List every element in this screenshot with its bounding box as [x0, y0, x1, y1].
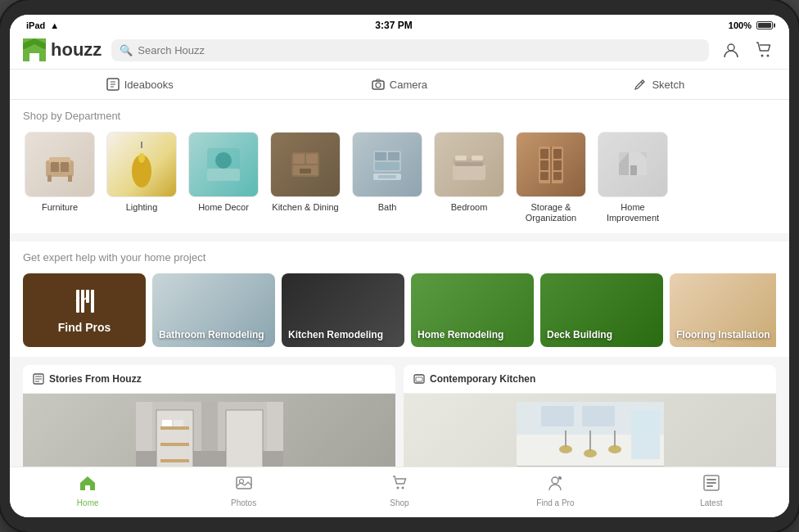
expert-findpros[interactable]: Find Pros [23, 273, 146, 347]
tab-latest[interactable]: Latest [634, 474, 789, 507]
search-input[interactable] [138, 44, 701, 56]
shop-tab-icon [390, 474, 409, 496]
dept-bedroom-img [434, 132, 504, 197]
profile-icon[interactable] [719, 38, 743, 62]
svg-rect-16 [61, 162, 69, 172]
svg-rect-43 [540, 160, 548, 170]
findpro-tab-icon [546, 474, 564, 496]
dept-scroll: Furniture Lighting [23, 132, 776, 223]
dept-homedecor[interactable]: Home Decor [187, 132, 260, 223]
dept-bath-label: Bath [378, 202, 397, 213]
wifi-icon: ▲ [50, 20, 59, 30]
dept-homedecor-label: Home Decor [198, 202, 249, 213]
svg-rect-37 [472, 156, 483, 160]
expert-section-title: Get expert help with your home project [23, 251, 776, 264]
tab-home-label: Home [77, 498, 99, 507]
expert-deck-label: Deck Building [547, 329, 612, 340]
status-bar: iPad ▲ 3:37 PM 100% [10, 15, 789, 34]
dept-kitchen[interactable]: Kitchen & Dining [269, 132, 342, 223]
svg-point-6 [761, 55, 764, 57]
svg-point-19 [138, 153, 145, 163]
expert-deck[interactable]: Deck Building [540, 273, 663, 347]
story-card-kitchen[interactable]: Contemporary Kitchen [404, 365, 776, 467]
tab-photos-label: Photos [231, 498, 256, 507]
svg-point-10 [376, 83, 381, 88]
expert-kitchen[interactable]: Kitchen Remodeling [282, 273, 404, 347]
cart-icon[interactable] [752, 38, 776, 62]
svg-rect-15 [51, 162, 59, 172]
svg-rect-29 [375, 152, 386, 160]
expert-bathroom[interactable]: Bathroom Remodeling [152, 273, 275, 347]
svg-rect-61 [226, 410, 263, 467]
search-icon: 🔍 [120, 44, 133, 56]
svg-rect-33 [378, 175, 396, 178]
svg-rect-52 [91, 290, 94, 313]
dept-lighting[interactable]: Lighting [105, 132, 178, 223]
svg-rect-45 [540, 172, 548, 180]
svg-rect-50 [81, 290, 84, 313]
expert-home-label: Home Remodeling [418, 329, 503, 340]
story-card-stories[interactable]: Stories From Houzz [23, 365, 395, 467]
tab-findpro-label: Find a Pro [536, 498, 574, 507]
story-img-kitchen [404, 394, 776, 467]
svg-rect-63 [160, 426, 189, 430]
nav-ideabooks[interactable]: Ideabooks [10, 70, 269, 99]
nav-sketch[interactable]: Sketch [530, 70, 789, 99]
svg-point-5 [728, 44, 734, 51]
svg-rect-51 [86, 290, 89, 303]
tab-bar: Home Photos [10, 467, 789, 517]
svg-point-88 [552, 477, 558, 484]
home-tab-icon [79, 474, 97, 496]
dept-improvement[interactable]: Home Improvement [596, 132, 670, 223]
expert-flooring[interactable]: Flooring Installation [670, 273, 776, 347]
tab-shop[interactable]: Shop [322, 474, 477, 507]
svg-point-86 [397, 487, 400, 489]
nav-bar: Ideabooks Camera Sketch [10, 70, 789, 100]
find-pros-content: Find Pros [58, 280, 111, 340]
stories-title: Stories From Houzz [49, 373, 142, 385]
device-label: iPad [26, 20, 45, 30]
dept-bedroom-label: Bedroom [451, 202, 488, 213]
svg-rect-64 [160, 443, 189, 446]
dept-bedroom[interactable]: Bedroom [432, 132, 506, 223]
tab-home[interactable]: Home [10, 474, 165, 507]
dept-furniture[interactable]: Furniture [23, 132, 97, 223]
expert-flooring-label: Flooring Installation [676, 329, 770, 340]
search-bar[interactable]: 🔍 [111, 39, 709, 61]
expert-home[interactable]: Home Remodeling [411, 273, 534, 347]
svg-rect-13 [47, 175, 52, 182]
svg-rect-93 [706, 485, 713, 487]
nav-camera[interactable]: Camera [269, 70, 529, 99]
svg-rect-25 [306, 154, 318, 164]
svg-rect-59 [156, 410, 193, 467]
tab-latest-label: Latest [700, 498, 722, 507]
dept-lighting-label: Lighting [126, 202, 158, 213]
svg-rect-30 [388, 152, 400, 160]
dept-bath[interactable]: Bath [350, 132, 424, 223]
status-right: 100% [729, 20, 773, 30]
svg-rect-44 [553, 160, 562, 170]
tab-findpro[interactable]: Find a Pro [477, 474, 633, 507]
dept-storage[interactable]: Storage & Organization [514, 132, 588, 223]
logo[interactable]: houzz [23, 38, 102, 61]
svg-rect-24 [293, 154, 305, 164]
shop-section-title: Shop by Department [23, 110, 776, 122]
svg-rect-83 [631, 410, 660, 459]
svg-rect-27 [300, 169, 311, 174]
svg-rect-65 [160, 459, 189, 462]
tab-photos[interactable]: Photos [165, 474, 321, 507]
dept-furniture-img [25, 132, 95, 197]
svg-rect-91 [706, 479, 716, 480]
svg-rect-67 [174, 420, 183, 426]
svg-rect-69 [416, 377, 422, 381]
tab-shop-label: Shop [390, 498, 409, 507]
svg-point-7 [767, 55, 770, 57]
dept-bath-img [352, 132, 422, 197]
svg-rect-92 [706, 482, 716, 484]
svg-point-87 [402, 487, 404, 489]
expert-kitchen-label: Kitchen Remodeling [288, 329, 383, 340]
svg-rect-66 [162, 420, 172, 426]
svg-rect-38 [455, 162, 483, 166]
svg-point-80 [608, 445, 621, 453]
find-pros-label: Find Pros [58, 321, 111, 334]
